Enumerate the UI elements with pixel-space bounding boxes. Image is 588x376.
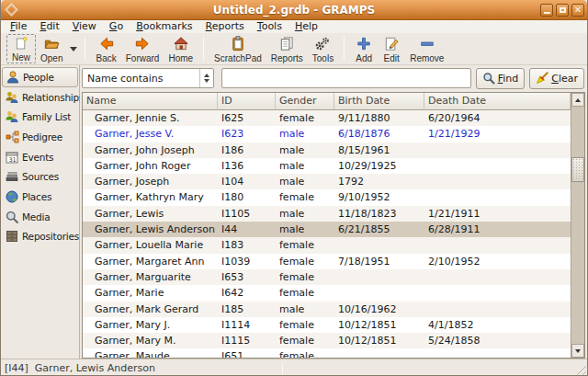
table-row[interactable]: Garner, Mary J.I1114female10/12/18514/1/… — [83, 317, 571, 333]
cell-name: Garner, Marie — [83, 285, 218, 301]
cell-id: I136 — [218, 158, 276, 174]
titlebar[interactable]: Untitled_2.grdb - GRAMPS ✕ — [1, 0, 587, 20]
table-row[interactable]: Garner, Mark GerardI185male10/16/1962 — [83, 302, 571, 317]
remove-button[interactable]: Remove — [405, 34, 448, 63]
menu-bookmarks[interactable]: Bookmarks — [130, 20, 198, 33]
column-header-id[interactable]: ID — [218, 93, 276, 110]
cell-gender: male — [276, 142, 334, 158]
table-row[interactable]: Garner, Margaret AnnI1039female7/18/1951… — [83, 254, 571, 269]
menu-edit[interactable]: Edit — [33, 20, 65, 33]
cell-death — [424, 302, 571, 317]
cell-death — [424, 158, 571, 174]
cell-name: Garner, Mary M. — [83, 333, 218, 348]
scrollbar-thumb[interactable] — [571, 157, 584, 182]
table-row[interactable]: Garner, Louella MarieI183female — [83, 237, 571, 253]
sidebar-item-label: Repositories — [22, 231, 79, 242]
filter-field-combo[interactable]: Name contains — [82, 68, 214, 88]
spinner-down-icon — [204, 79, 209, 83]
scrollbar-track[interactable] — [571, 107, 584, 344]
scratchpad-button[interactable]: ScratchPad — [209, 34, 266, 63]
open-dropdown-button[interactable] — [67, 34, 79, 63]
menu-help[interactable]: Help — [288, 20, 324, 33]
filter-entry[interactable] — [221, 68, 471, 88]
cell-birth: 10/12/1851 — [334, 317, 424, 333]
toolbar-separator — [85, 37, 85, 61]
sidebar-item-relationships[interactable]: Relationships — [1, 87, 79, 108]
arrow-down-icon — [575, 349, 581, 353]
table-row[interactable]: Garner, Jennie S.I625female9/11/18806/20… — [83, 110, 571, 126]
find-button[interactable]: Find — [476, 68, 526, 89]
cell-death — [424, 174, 571, 189]
sidebar: People Relationships Family List — [1, 65, 80, 359]
sidebar-item-people[interactable]: People — [2, 67, 78, 87]
table-header: NameIDGenderBirth DateDeath Date — [83, 93, 571, 110]
sidebar-item-sources[interactable]: Sources — [1, 166, 79, 187]
sidebar-item-events[interactable]: 31 Events — [1, 147, 79, 167]
minimize-button[interactable] — [540, 4, 553, 17]
cell-name: Garner, Joseph — [83, 174, 218, 189]
sidebar-item-pedigree[interactable]: Pedigree — [1, 127, 79, 147]
new-button[interactable]: New — [6, 34, 36, 63]
menu-reports[interactable]: Reports — [199, 20, 251, 33]
cell-gender: male — [276, 222, 334, 237]
cell-birth: 1792 — [334, 174, 424, 189]
table-row[interactable]: Garner, LewisI1105male11/18/18231/21/191… — [83, 206, 571, 222]
sidebar-item-repositories[interactable]: Repositories — [1, 227, 79, 247]
sidebar-item-family-list[interactable]: Family List — [1, 107, 79, 127]
table-row[interactable]: Garner, Jesse V.I623male6/18/18761/21/19… — [83, 126, 571, 142]
column-header-name[interactable]: Name — [83, 93, 218, 110]
add-button[interactable]: Add — [350, 34, 378, 63]
cell-name: Garner, Maude — [83, 348, 218, 358]
reports-button[interactable]: Reports — [266, 34, 308, 63]
edit-button[interactable]: Edit — [378, 34, 405, 63]
scroll-up-button[interactable] — [571, 93, 584, 107]
table-row[interactable]: Garner, JosephI104male1792 — [83, 174, 571, 189]
clear-button[interactable]: Clear — [529, 68, 584, 89]
maximize-button[interactable] — [556, 4, 569, 17]
toolbar-label: Back — [96, 53, 116, 63]
table-row[interactable]: Garner, Kathryn MaryI180female9/10/1952 — [83, 189, 571, 205]
app-icon — [5, 3, 18, 17]
cell-death — [424, 189, 571, 205]
back-button[interactable]: Back — [91, 34, 120, 63]
sidebar-item-media[interactable]: Media — [1, 207, 79, 227]
sidebar-item-label: Sources — [22, 171, 59, 182]
home-button[interactable]: Home — [164, 34, 198, 63]
menu-tools[interactable]: Tools — [251, 20, 288, 33]
table-row[interactable]: Garner, MarieI642female — [83, 285, 571, 301]
table-row[interactable]: Garner, John RogerI136male10/29/1925 — [83, 158, 571, 174]
column-header-birth[interactable]: Birth Date — [334, 93, 424, 110]
table-row[interactable]: Garner, John JosephI186male8/15/1961 — [83, 142, 571, 158]
table-row[interactable]: Garner, MaudeI651female — [83, 348, 571, 358]
scroll-down-button[interactable] — [571, 344, 584, 358]
add-plus-icon — [355, 35, 373, 52]
cell-gender: female — [276, 317, 334, 333]
table-row[interactable]: Garner, Mary M.I1115female10/12/18515/24… — [83, 333, 571, 348]
vertical-scrollbar[interactable] — [571, 93, 584, 358]
maximize-icon — [560, 7, 566, 13]
menu-file[interactable]: File — [4, 20, 33, 33]
toolbar-label: ScratchPad — [214, 53, 262, 63]
cell-death — [424, 348, 571, 358]
combo-spinner[interactable] — [199, 69, 213, 87]
resize-grip[interactable] — [574, 363, 586, 375]
cell-name: Garner, Louella Marie — [83, 237, 218, 253]
forward-button[interactable]: Forward — [121, 34, 164, 63]
menu-go[interactable]: Go — [103, 20, 130, 33]
cell-gender: female — [276, 189, 334, 205]
cell-birth: 10/12/1851 — [334, 333, 424, 348]
close-button[interactable]: ✕ — [571, 4, 584, 17]
column-header-death[interactable]: Death Date — [424, 93, 571, 110]
menu-view[interactable]: View — [66, 20, 103, 33]
column-header-gender[interactable]: Gender — [276, 93, 334, 110]
table-row[interactable]: Garner, MarguariteI653female — [83, 269, 571, 285]
cell-gender: female — [276, 333, 334, 348]
cell-name: Garner, John Joseph — [83, 142, 218, 158]
tools-button[interactable]: Tools — [308, 34, 338, 63]
sidebar-item-places[interactable]: Places — [1, 187, 79, 207]
toolbar-label: Reports — [271, 53, 303, 63]
open-button[interactable]: Open — [36, 34, 67, 63]
places-globe-icon — [5, 189, 19, 204]
table-row[interactable]: Garner, Lewis AndersonI44male6/21/18556/… — [83, 222, 571, 237]
toolbar: New Open Back Forward — [1, 33, 587, 65]
